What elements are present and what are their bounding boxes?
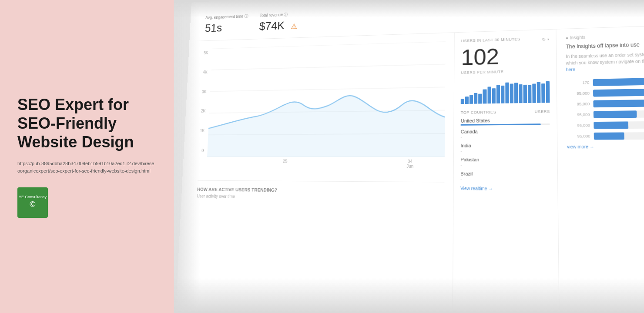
- mini-bar-16: [528, 85, 532, 103]
- country-name-usa: United States: [461, 117, 550, 123]
- countries-header: TOP COUNTRIES USERS: [461, 109, 550, 114]
- hbar-track-5: [594, 121, 644, 129]
- mini-bar-17: [532, 83, 536, 103]
- countries-label: TOP COUNTRIES: [461, 110, 496, 115]
- svg-line-1: [211, 64, 446, 70]
- users-label: USERS: [535, 109, 550, 114]
- metric-revenue-label: Total revenue ⓘ: [259, 11, 297, 18]
- mini-bar-11: [505, 83, 509, 103]
- hbar-label-6: 95,000: [567, 134, 590, 139]
- country-pakistan: Pakistan -: [460, 157, 550, 168]
- country-dash-pakistan: -: [460, 163, 550, 168]
- hbar-track-2: [593, 88, 644, 97]
- dashboard-bg: Avg. engagement time ⓘ 51s Total revenue…: [175, 0, 644, 313]
- hbar-track-3: [594, 99, 644, 107]
- hbar-chart: 170 95,000: [566, 77, 644, 140]
- badge: YE Consultancy ©: [17, 187, 48, 218]
- svg-line-2: [210, 87, 445, 91]
- dashboard-wrapper: Avg. engagement time ⓘ 51s Total revenue…: [175, 0, 644, 313]
- mini-bar-14: [519, 84, 523, 103]
- mini-bar-7: [487, 87, 491, 103]
- mini-bar-10: [501, 86, 504, 103]
- mini-bar-19: [541, 83, 545, 103]
- hbar-label-3: 95,000: [567, 102, 590, 107]
- metric-revenue: Total revenue ⓘ $74K ⚠: [259, 11, 298, 33]
- hbar-fill-6: [594, 132, 624, 140]
- analytics-section: ● Insights The insights off lapse into u…: [557, 25, 644, 313]
- mini-bar-6: [483, 89, 486, 103]
- country-bar-usa: [461, 123, 541, 126]
- badge-text: YE Consultancy: [19, 195, 47, 200]
- hbar-label-1: 170: [566, 80, 589, 85]
- mini-bar-15: [523, 85, 527, 103]
- mini-bar-13: [514, 83, 518, 103]
- view-more-link[interactable]: view more →: [567, 144, 644, 149]
- hbar-label-5: 95,000: [567, 123, 590, 128]
- mini-bar-18: [537, 82, 541, 103]
- hbar-fill-5: [594, 121, 628, 129]
- trending-subtitle: User activity over time: [197, 194, 444, 201]
- hbar-label-4: 95,000: [567, 113, 590, 117]
- right-panel: Avg. engagement time ⓘ 51s Total revenue…: [174, 0, 644, 313]
- trending-title: HOW ARE ACTIVE USERS TRENDING?: [197, 187, 445, 194]
- country-dash-canada: -: [461, 135, 550, 140]
- y-label-3k: 3K: [202, 90, 207, 94]
- x-label-04jun: 04Jun: [406, 159, 413, 169]
- y-label-0: 0: [199, 148, 204, 153]
- realtime-count: 102: [461, 44, 549, 69]
- country-dash-brazil: -: [460, 177, 550, 183]
- page-title: SEO Expert for SEO-Friendly Website Desi…: [17, 95, 157, 152]
- country-usa: United States: [461, 117, 550, 126]
- country-name-pakistan: Pakistan: [460, 157, 550, 162]
- y-label-5k: 5K: [204, 51, 208, 55]
- refresh-icon: ↻: [542, 37, 546, 42]
- line-chart: [207, 41, 446, 157]
- metric-engagement: Avg. engagement time ⓘ 51s: [205, 13, 248, 35]
- view-realtime-link[interactable]: View realtime →: [460, 186, 551, 192]
- realtime-panel: USERS IN LAST 30 MINUTES ↻ ▾ 102 USERS P…: [453, 30, 560, 313]
- mini-bar-12: [510, 83, 513, 103]
- analytics-desc: In the seamless use an order set system …: [566, 50, 644, 73]
- warning-icon: ⚠: [291, 22, 297, 30]
- mini-bar-chart: [461, 77, 550, 104]
- hbar-row-4: 95,000: [567, 110, 644, 118]
- hbar-fill-3: [594, 100, 644, 107]
- hbar-fill-2: [593, 89, 644, 97]
- analytics-label: ● Insights: [566, 32, 644, 40]
- x-label-1: [226, 159, 226, 168]
- analytics-link[interactable]: click here: [566, 58, 644, 72]
- mini-bar-5: [479, 94, 482, 104]
- country-bar-track-usa: [461, 123, 550, 126]
- chart-section: 5K 4K 3K 2K 1K 0: [184, 33, 455, 313]
- hbar-row-5: 95,000: [567, 121, 644, 129]
- mini-bar-9: [496, 85, 500, 103]
- metric-engagement-label: Avg. engagement time ⓘ: [205, 13, 248, 20]
- country-name-brazil: Brazil: [460, 171, 550, 176]
- hbar-row-2: 95,000: [566, 88, 644, 97]
- hbar-track-1: [593, 77, 644, 86]
- hbar-row-1: 170: [566, 77, 644, 87]
- select-control[interactable]: ↻ ▾: [542, 37, 550, 42]
- y-label-2k: 2K: [201, 109, 206, 113]
- dashboard-content: Avg. engagement time ⓘ 51s Total revenue…: [175, 0, 644, 313]
- hbar-row-6: 95,000: [567, 132, 644, 140]
- mini-bar-2: [465, 97, 469, 104]
- mini-bar-4: [474, 93, 477, 104]
- main-grid: 5K 4K 3K 2K 1K 0: [184, 26, 644, 313]
- realtime-header: USERS IN LAST 30 MINUTES: [461, 37, 520, 43]
- country-dash-india: -: [460, 149, 550, 153]
- y-label-1k: 1K: [200, 129, 205, 133]
- chevron-down-icon: ▾: [547, 37, 549, 41]
- mini-bar-20: [546, 81, 550, 103]
- badge-icon: ©: [30, 200, 35, 210]
- x-label-25: 25: [282, 159, 287, 168]
- mini-bar-1: [461, 99, 464, 104]
- left-panel: SEO Expert for SEO-Friendly Website Desi…: [0, 0, 174, 313]
- y-label-4k: 4K: [203, 70, 208, 74]
- hbar-track-6: [594, 132, 644, 140]
- hbar-row-3: 95,000: [567, 99, 644, 108]
- chart-x-labels: 25 04Jun: [198, 159, 445, 169]
- left-content: SEO Expert for SEO-Friendly Website Desi…: [17, 95, 157, 218]
- page-url: https://pub-8895dbba28b347f09eb1b991b10a…: [17, 160, 157, 174]
- svg-line-0: [212, 41, 446, 48]
